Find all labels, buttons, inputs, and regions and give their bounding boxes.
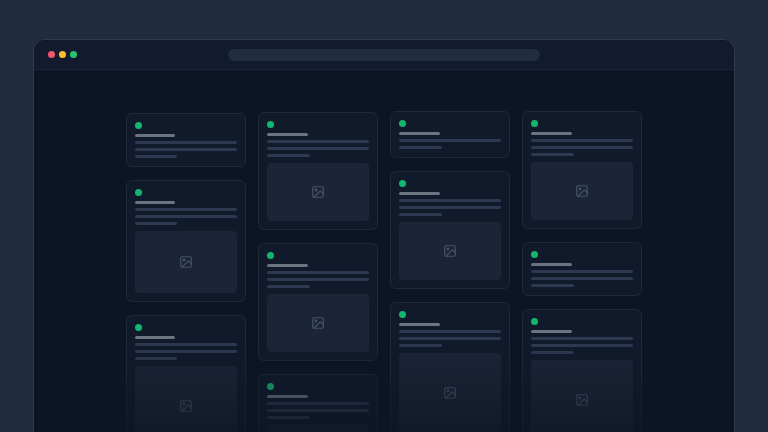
- status-dot: [399, 311, 406, 318]
- skeleton-title-line: [135, 336, 176, 339]
- skeleton-text-line: [267, 409, 369, 412]
- status-dot: [135, 122, 142, 129]
- status-dot: [531, 251, 538, 258]
- skeleton-text-line: [531, 351, 574, 354]
- post-card-skeleton[interactable]: [126, 113, 246, 167]
- skeleton-title-line: [531, 132, 572, 135]
- post-card-skeleton[interactable]: [258, 112, 378, 230]
- skeleton-text-line: [267, 147, 369, 150]
- feed-content: [34, 111, 734, 432]
- skeleton-text-line: [531, 277, 633, 280]
- skeleton-text-line: [267, 278, 369, 281]
- skeleton-title-line: [135, 201, 176, 204]
- skeleton-text-line: [267, 154, 310, 157]
- skeleton-title-line: [135, 134, 176, 137]
- status-dot: [267, 121, 274, 128]
- status-dot: [267, 252, 274, 259]
- skeleton-text-line: [135, 208, 237, 211]
- post-card-skeleton[interactable]: [390, 111, 510, 158]
- skeleton-title-line: [399, 132, 440, 135]
- skeleton-text-line: [531, 139, 633, 142]
- image-placeholder: [399, 353, 501, 432]
- skeleton-title-line: [399, 192, 440, 195]
- minimize-button[interactable]: [59, 51, 66, 58]
- skeleton-text-line: [267, 285, 310, 288]
- skeleton-text-line: [399, 139, 501, 142]
- image-placeholder: [399, 222, 501, 280]
- skeleton-text-line: [135, 155, 178, 158]
- skeleton-title-line: [267, 264, 308, 267]
- status-dot: [267, 383, 274, 390]
- image-icon: [575, 393, 589, 407]
- skeleton-text-line: [531, 153, 574, 156]
- skeleton-text-line: [399, 337, 501, 340]
- image-placeholder: [267, 425, 369, 432]
- image-icon: [179, 399, 193, 413]
- skeleton-text-line: [267, 402, 369, 405]
- skeleton-text-line: [531, 284, 574, 287]
- feed-column-1: [126, 113, 246, 432]
- skeleton-text-line: [267, 416, 310, 419]
- skeleton-text-line: [531, 146, 633, 149]
- status-dot: [135, 189, 142, 196]
- post-card-skeleton[interactable]: [522, 309, 642, 432]
- skeleton-title-line: [399, 323, 440, 326]
- status-dot: [531, 318, 538, 325]
- post-card-skeleton[interactable]: [522, 242, 642, 296]
- close-button[interactable]: [48, 51, 55, 58]
- skeleton-text-line: [267, 140, 369, 143]
- image-placeholder: [267, 163, 369, 221]
- masonry-grid: [126, 111, 643, 432]
- image-icon: [311, 316, 325, 330]
- url-bar[interactable]: [228, 49, 540, 61]
- skeleton-text-line: [135, 343, 237, 346]
- image-placeholder: [531, 162, 633, 220]
- skeleton-text-line: [531, 270, 633, 273]
- browser-window: [33, 39, 735, 432]
- image-placeholder: [135, 366, 237, 432]
- image-placeholder: [267, 294, 369, 352]
- skeleton-text-line: [135, 141, 237, 144]
- skeleton-text-line: [135, 357, 178, 360]
- status-dot: [135, 324, 142, 331]
- skeleton-text-line: [399, 344, 442, 347]
- feed-column-4: [522, 111, 642, 432]
- image-placeholder: [531, 360, 633, 432]
- skeleton-text-line: [135, 222, 178, 225]
- skeleton-title-line: [267, 395, 308, 398]
- feed-column-2: [258, 112, 378, 432]
- skeleton-text-line: [135, 215, 237, 218]
- zoom-button[interactable]: [70, 51, 77, 58]
- post-card-skeleton[interactable]: [126, 315, 246, 432]
- post-card-skeleton[interactable]: [390, 302, 510, 432]
- status-dot: [399, 180, 406, 187]
- skeleton-text-line: [399, 199, 501, 202]
- post-card-skeleton[interactable]: [126, 180, 246, 302]
- skeleton-text-line: [135, 350, 237, 353]
- skeleton-text-line: [399, 213, 442, 216]
- skeleton-title-line: [531, 330, 572, 333]
- post-card-skeleton[interactable]: [258, 374, 378, 432]
- window-controls: [34, 51, 77, 58]
- browser-titlebar: [34, 40, 734, 70]
- skeleton-text-line: [531, 337, 633, 340]
- skeleton-text-line: [399, 206, 501, 209]
- image-icon: [575, 184, 589, 198]
- post-card-skeleton[interactable]: [258, 243, 378, 361]
- image-icon: [443, 386, 457, 400]
- image-placeholder: [135, 231, 237, 293]
- image-icon: [311, 185, 325, 199]
- skeleton-text-line: [399, 330, 501, 333]
- status-dot: [531, 120, 538, 127]
- desktop-background: [0, 0, 768, 432]
- skeleton-text-line: [135, 148, 237, 151]
- feed-column-3: [390, 111, 510, 432]
- image-icon: [443, 244, 457, 258]
- post-card-skeleton[interactable]: [522, 111, 642, 229]
- skeleton-text-line: [399, 146, 442, 149]
- skeleton-title-line: [531, 263, 572, 266]
- status-dot: [399, 120, 406, 127]
- skeleton-text-line: [267, 271, 369, 274]
- image-icon: [179, 255, 193, 269]
- post-card-skeleton[interactable]: [390, 171, 510, 289]
